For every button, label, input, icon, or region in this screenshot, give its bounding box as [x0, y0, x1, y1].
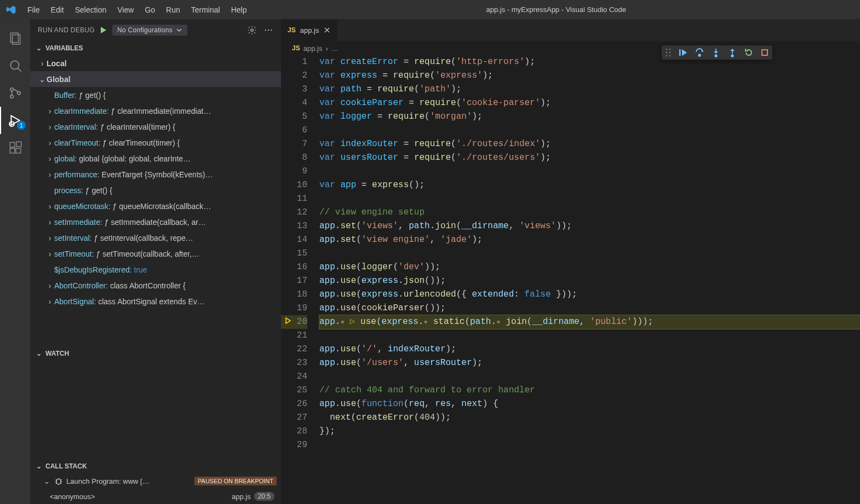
menu-file[interactable]: File — [22, 3, 45, 16]
watch-section[interactable]: ⌄ WATCH — [30, 346, 281, 361]
svg-point-2 — [10, 61, 19, 69]
svg-line-3 — [18, 68, 21, 71]
svg-point-17 — [271, 30, 272, 31]
chevron-right-icon: › — [45, 138, 54, 147]
js-icon: JS — [292, 44, 300, 52]
step-into-icon[interactable] — [711, 48, 721, 57]
variable-row[interactable]: ›global: global {global: global, clearIn… — [30, 150, 281, 166]
menu-bar: FileEditSelectionViewGoRunTerminalHelp — [22, 3, 252, 16]
chevron-down-icon: ⌄ — [42, 477, 51, 485]
step-over-icon[interactable] — [695, 48, 704, 57]
debug-toolbar[interactable] — [662, 45, 772, 60]
menu-selection[interactable]: Selection — [70, 3, 112, 16]
chevron-right-icon: › — [45, 297, 54, 306]
variable-row[interactable]: process: ƒ get() { — [30, 182, 281, 198]
variable-row[interactable]: Buffer: ƒ get() { — [30, 87, 281, 103]
callstack-section[interactable]: ⌄ CALL STACK — [30, 459, 281, 473]
chevron-right-icon: › — [38, 59, 47, 68]
js-icon: JS — [288, 26, 296, 34]
pause-status: PAUSED ON BREAKPOINT — [194, 477, 277, 485]
grip-icon[interactable] — [665, 48, 672, 57]
stop-icon[interactable] — [760, 48, 769, 57]
menu-view[interactable]: View — [112, 3, 139, 16]
svg-point-16 — [268, 30, 269, 31]
svg-point-14 — [251, 29, 254, 32]
svg-point-32 — [669, 55, 670, 56]
run-debug-icon[interactable]: 1 — [0, 107, 30, 134]
variable-row[interactable]: ›AbortSignal: class AbortSignal extends … — [30, 293, 281, 309]
svg-point-15 — [265, 30, 266, 31]
variable-row[interactable]: ›AbortController: class AbortController … — [30, 277, 281, 293]
variable-row[interactable]: ›performance: EventTarget {Symbol(kEvent… — [30, 166, 281, 182]
code-area[interactable]: 1234567891011121314151617181920212223242… — [281, 55, 860, 504]
svg-rect-33 — [679, 49, 681, 56]
chevron-right-icon: › — [45, 250, 54, 258]
chevron-down-icon: ⌄ — [35, 44, 43, 52]
restart-icon[interactable] — [744, 48, 754, 57]
svg-point-28 — [669, 49, 670, 50]
svg-rect-10 — [10, 142, 15, 147]
close-icon[interactable] — [323, 26, 331, 34]
variable-row[interactable]: ›clearTimeout: ƒ clearTimeout(timer) { — [30, 135, 281, 150]
menu-help[interactable]: Help — [226, 3, 253, 16]
explorer-icon[interactable] — [0, 25, 30, 52]
callstack-program[interactable]: ⌄ Launch Program: www [… PAUSED ON BREAK… — [30, 473, 281, 489]
svg-rect-13 — [16, 142, 21, 147]
global-scope[interactable]: ⌄ Global — [30, 71, 281, 87]
svg-point-31 — [666, 55, 667, 56]
variable-row[interactable]: ›clearInterval: ƒ clearInterval(timer) { — [30, 119, 281, 135]
svg-point-5 — [10, 95, 13, 98]
continue-icon[interactable] — [678, 48, 688, 57]
sidebar: RUN AND DEBUG No Configurations ⌄ VARIAB… — [30, 19, 281, 504]
gear-icon[interactable] — [247, 25, 257, 35]
source-control-icon[interactable] — [0, 79, 30, 107]
step-out-icon[interactable] — [727, 48, 737, 57]
debug-header: RUN AND DEBUG No Configurations — [30, 19, 281, 41]
menu-run[interactable]: Run — [160, 3, 186, 16]
code-content[interactable]: var createError = require('http-errors')… — [319, 55, 860, 504]
titlebar: FileEditSelectionViewGoRunTerminalHelp a… — [0, 0, 860, 19]
variable-row[interactable]: ›setInterval: ƒ setInterval(callback, re… — [30, 230, 281, 246]
activity-bar: 1 — [0, 19, 30, 504]
chevron-right-icon: › — [45, 123, 54, 131]
menu-edit[interactable]: Edit — [45, 3, 70, 16]
variable-row[interactable]: ›clearImmediate: ƒ clearImmediate(immedi… — [30, 103, 281, 119]
svg-point-36 — [715, 55, 717, 57]
vscode-icon — [5, 4, 16, 15]
menu-terminal[interactable]: Terminal — [186, 3, 226, 16]
start-debug-icon[interactable] — [99, 26, 108, 34]
menu-go[interactable]: Go — [139, 3, 160, 16]
more-icon[interactable] — [263, 25, 273, 35]
search-icon[interactable] — [0, 52, 30, 79]
svg-point-4 — [10, 88, 13, 91]
chevron-down-icon: ⌄ — [35, 350, 43, 357]
svg-point-38 — [731, 55, 733, 57]
chevron-right-icon: › — [45, 281, 54, 290]
extensions-icon[interactable] — [0, 134, 30, 161]
tab-app-js[interactable]: JS app.js — [281, 19, 338, 41]
svg-point-34 — [698, 54, 701, 56]
variable-row[interactable]: ›queueMicrotask: ƒ queueMicrotask(callba… — [30, 198, 281, 214]
variables-section[interactable]: ⌄ VARIABLES — [30, 41, 281, 55]
window-title: app.js - myExpressApp - Visual Studio Co… — [252, 5, 860, 14]
breadcrumb[interactable]: JS app.js › … — [281, 41, 860, 55]
variable-row[interactable]: $jsDebugIsRegistered: true — [30, 262, 281, 277]
stack-frame[interactable]: <anonymous> app.js 20:5 — [30, 489, 281, 504]
chevron-right-icon: › — [45, 107, 54, 115]
variable-row[interactable]: ›setImmediate: ƒ setImmediate(callback, … — [30, 214, 281, 230]
debug-config-select[interactable]: No Configurations — [112, 25, 187, 36]
local-scope[interactable]: › Local — [30, 55, 281, 71]
bug-icon — [54, 477, 63, 485]
chevron-right-icon: › — [45, 218, 54, 227]
svg-rect-11 — [10, 148, 15, 153]
svg-rect-39 — [762, 50, 767, 55]
gutter[interactable]: 1234567891011121314151617181920212223242… — [281, 55, 319, 504]
svg-rect-12 — [16, 148, 21, 153]
chevron-right-icon: › — [45, 154, 54, 163]
sidebar-title: RUN AND DEBUG — [38, 26, 95, 34]
chevron-right-icon: › — [45, 170, 54, 179]
svg-point-29 — [666, 52, 667, 53]
variable-row[interactable]: ›setTimeout: ƒ setTimeout(callback, afte… — [30, 246, 281, 262]
editor: JS app.js JS app.js › … 1234567891011121… — [281, 19, 860, 504]
chevron-right-icon: › — [45, 234, 54, 242]
